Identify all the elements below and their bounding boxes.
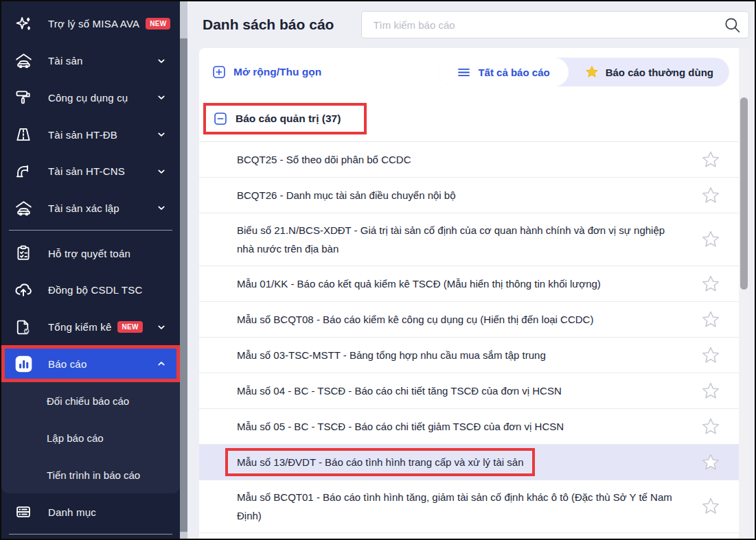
star-outline-icon[interactable] xyxy=(700,452,721,473)
new-badge: NEW xyxy=(117,321,142,333)
minus-square-icon[interactable] xyxy=(214,113,227,125)
sidebar-item-ho-tro-quyet-toan[interactable]: Hỗ trợ quyết toán xyxy=(1,235,180,272)
report-list-scrollbar-track[interactable] xyxy=(739,48,749,539)
sidebar-item-label: Trợ lý số MISA AVA xyxy=(48,18,139,30)
star-filled-icon xyxy=(584,64,599,80)
road-icon xyxy=(12,126,34,143)
star-outline-icon[interactable] xyxy=(700,229,721,250)
expand-collapse-label: Mở rộng/Thu gọn xyxy=(233,66,321,78)
search-input[interactable] xyxy=(371,19,722,32)
sidebar-item-tong-kiem-ke[interactable]: Tổng kiểm kê NEW xyxy=(1,309,180,346)
chevron-down-icon xyxy=(154,164,169,179)
chevron-down-icon xyxy=(154,90,169,105)
sidebar-item-label: Tài sản xác lập xyxy=(48,202,119,214)
new-badge: NEW xyxy=(146,18,170,30)
sidebar-item-misa-ava[interactable]: Trợ lý số MISA AVA NEW xyxy=(1,5,180,43)
report-name: Mẫu số 03-TSC-MSTT - Bảng tổng hợp nhu c… xyxy=(237,349,546,361)
cloud-upload-icon xyxy=(12,281,34,300)
report-list-scrollbar-thumb[interactable] xyxy=(740,97,748,290)
search-box[interactable] xyxy=(361,11,749,38)
sidebar-item-tai-san[interactable]: Tài sản xyxy=(1,43,180,80)
report-row[interactable]: Biểu số 21.N/BCS-XDĐT - Giá trị tài sản … xyxy=(199,213,739,266)
report-name: Mẫu số 04 - BC - TSCĐ - Báo cáo chi tiết… xyxy=(237,385,562,397)
report-group-title: Báo cáo quản trị (37) xyxy=(236,113,341,125)
sidebar-item-tai-san-xac-lap[interactable]: Tài sản xác lập xyxy=(1,190,180,227)
app-window: Trợ lý số MISA AVA NEW Tài sản xyxy=(0,0,756,540)
sidebar-item-label: Tài sản xyxy=(48,55,83,67)
report-row[interactable]: Mẫu số 03-TSC-MSTT - Bảng tổng hợp nhu c… xyxy=(199,337,739,373)
report-name: Biểu số 21.N/BCS-XDĐT - Giá trị tài sản … xyxy=(237,221,674,258)
star-outline-icon[interactable] xyxy=(700,274,721,294)
submenu-item-lap-bao-cao[interactable]: Lập báo cáo xyxy=(1,419,180,456)
sidebar-item-cong-cu-dung-cu[interactable]: Công cụ dụng cụ xyxy=(1,79,180,116)
sidebar-scrollbar-track[interactable] xyxy=(180,1,187,539)
search-icon[interactable] xyxy=(722,15,742,34)
sidebar-item-label: Công cụ dụng cụ xyxy=(48,92,128,104)
report-row[interactable]: Mẫu số 04 - BC - TSCĐ - Báo cáo chi tiết… xyxy=(199,373,739,408)
report-group-row: Báo cáo quản trị (37) xyxy=(199,96,739,141)
report-row[interactable]: Mẫu số BCQT01 - Báo cáo tình hình tăng, … xyxy=(199,480,739,533)
report-row[interactable]: BCQT26 - Danh mục tài sản điều chuyển nộ… xyxy=(199,177,739,213)
sidebar-item-label: Báo cáo xyxy=(48,358,87,370)
sidebar: Trợ lý số MISA AVA NEW Tài sản xyxy=(1,1,180,539)
star-outline-icon[interactable] xyxy=(700,416,721,437)
sidebar-divider xyxy=(9,534,172,535)
tab-all-reports-label: Tất cả báo cáo xyxy=(478,67,549,78)
sidebar-item-dong-bo-csdl-tsc[interactable]: Đồng bộ CSDL TSC xyxy=(1,272,180,309)
bar-chart-icon xyxy=(12,355,34,373)
report-row[interactable]: Mẫu số 05 - BC - TSCĐ - Báo cáo chi tiết… xyxy=(199,408,739,444)
pipe-icon xyxy=(12,163,34,180)
chevron-up-icon xyxy=(154,356,169,371)
tab-all-reports[interactable]: Tất cả báo cáo xyxy=(439,58,568,86)
report-row-selected[interactable]: Mẫu số 13/ĐVDT - Báo cáo tình hình trang… xyxy=(199,444,739,480)
bao-cao-submenu: Đối chiếu báo cáo Lập báo cáo Tiến trình… xyxy=(1,382,180,493)
plus-square-icon xyxy=(213,66,225,78)
report-list-card: Mở rộng/Thu gọn Tất cả báo cáo xyxy=(199,48,749,539)
report-name: Mẫu 01/KK - Báo cáo kết quả kiểm kê TSCĐ… xyxy=(237,278,601,290)
submenu-item-tien-trinh-in-bao-cao[interactable]: Tiến trình in báo cáo xyxy=(1,456,180,493)
sidebar-item-tai-san-ht-db[interactable]: Tài sản HT-ĐB xyxy=(1,116,180,153)
garage-car-icon xyxy=(12,51,34,70)
sparkle-icon xyxy=(12,15,34,33)
report-name: Mẫu số BCQT08 - Báo cáo kiểm kê công cụ … xyxy=(237,314,593,325)
list-icon xyxy=(12,503,34,521)
sidebar-item-bao-cao[interactable]: Báo cáo xyxy=(1,345,180,382)
chevron-down-icon xyxy=(154,127,169,142)
report-toolbar: Mở rộng/Thu gọn Tất cả báo cáo xyxy=(199,48,739,96)
sidebar-divider xyxy=(9,230,172,231)
star-outline-icon[interactable] xyxy=(700,345,721,366)
star-outline-icon[interactable] xyxy=(700,185,721,206)
chevron-down-icon xyxy=(154,320,169,335)
submenu-item-doi-chieu-bao-cao[interactable]: Đối chiếu báo cáo xyxy=(1,382,180,419)
sidebar-item-label: Danh mục xyxy=(48,506,96,518)
expand-collapse-link[interactable]: Mở rộng/Thu gọn xyxy=(213,66,321,78)
star-outline-icon[interactable] xyxy=(700,381,721,401)
sidebar-item-label: Tài sản HT-ĐB xyxy=(48,129,117,141)
star-outline-icon[interactable] xyxy=(700,496,721,517)
report-filter-toggle: Tất cả báo cáo Báo cáo thường dùng xyxy=(439,58,729,86)
sidebar-item-label: Tổng kiểm kê xyxy=(48,321,111,333)
chevron-down-icon xyxy=(154,200,169,215)
report-name: Mẫu số BCQT01 - Báo cáo tình hình tăng, … xyxy=(237,488,674,525)
report-row[interactable]: Mẫu 01/KK - Báo cáo kết quả kiểm kê TSCĐ… xyxy=(199,266,739,301)
main-header: Danh sách báo cáo xyxy=(187,1,755,48)
sidebar-item-label: Đồng bộ CSDL TSC xyxy=(48,284,142,296)
clipboard-check-icon xyxy=(12,244,34,262)
sidebar-item-danh-muc[interactable]: Danh mục xyxy=(1,493,180,530)
report-name: BCQT25 - Sổ theo dõi phân bổ CCDC xyxy=(237,154,411,165)
report-row[interactable]: BCQT25 - Sổ theo dõi phân bổ CCDC xyxy=(199,141,739,177)
report-row[interactable]: Mẫu số BCQT08 - Báo cáo kiểm kê công cụ … xyxy=(199,301,739,337)
sidebar-scrollbar-thumb[interactable] xyxy=(180,38,187,532)
star-outline-icon[interactable] xyxy=(700,309,721,330)
sidebar-item-tai-san-ht-cns[interactable]: Tài sản HT-CNS xyxy=(1,153,180,190)
tab-favorite-reports[interactable]: Báo cáo thường dùng xyxy=(569,64,729,80)
main-panel: Danh sách báo cáo xyxy=(187,1,755,539)
paint-roller-icon xyxy=(12,89,34,106)
page-title: Danh sách báo cáo xyxy=(203,16,334,33)
report-group-header[interactable]: Báo cáo quản trị (37) xyxy=(203,103,367,134)
report-name: BCQT26 - Danh mục tài sản điều chuyển nộ… xyxy=(237,189,456,201)
star-outline-icon[interactable] xyxy=(700,150,721,170)
hamburger-icon xyxy=(457,67,470,78)
report-name: Mẫu số 13/ĐVDT - Báo cáo tình hình trang… xyxy=(225,448,535,476)
report-name: Mẫu số 05 - BC - TSCĐ - Báo cáo chi tiết… xyxy=(237,421,564,432)
